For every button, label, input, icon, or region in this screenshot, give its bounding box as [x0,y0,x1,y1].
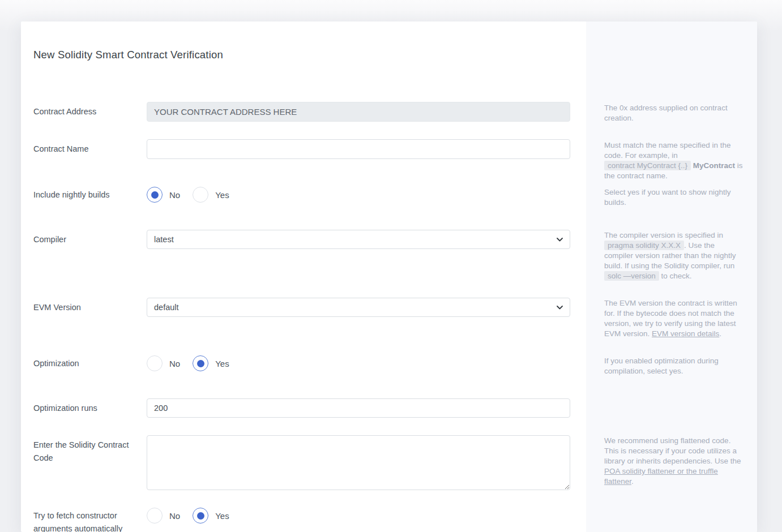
radio-unselected-icon [193,187,208,203]
fetch-constructor-args-label: Try to fetch constructor arguments autom… [33,508,147,532]
contract-name-input[interactable] [147,139,570,159]
evm-version-selected-value: default [154,303,179,312]
row-compiler: Compiler latest [33,230,582,249]
row-nightly-builds: Include nightly builds No Yes [33,187,582,203]
row-optimization-runs: Optimization runs [33,398,582,418]
nightly-builds-radio-yes[interactable]: Yes [193,187,229,203]
optimization-radio-group: No Yes [147,355,570,371]
fetch-constructor-args-radio-yes[interactable]: Yes [193,508,229,524]
optimization-radio-no[interactable]: No [147,355,180,371]
help-compiler: The compiler version is specified in pra… [604,230,745,281]
contract-code-label: Enter the Solidity Contract Code [33,435,147,465]
optimization-radio-yes[interactable]: Yes [193,355,229,371]
row-contract-name: Contract Name [33,139,582,159]
optimization-runs-label: Optimization runs [33,402,147,415]
contract-name-label: Contract Name [33,143,147,156]
help-evm-version: The EVM version the contract is written … [604,298,745,339]
radio-unselected-icon [147,355,163,371]
compiler-selected-value: latest [154,235,174,244]
code-chip: solc —version [604,271,659,281]
chevron-down-icon [557,306,563,310]
nightly-builds-label: Include nightly builds [33,188,147,201]
nightly-builds-radio-no[interactable]: No [147,187,180,203]
nightly-builds-radio-group: No Yes [147,187,570,203]
compiler-label: Compiler [33,233,147,246]
fetch-constructor-args-radio-group: No Yes [147,508,570,524]
code-chip: contract MyContract {..} [604,161,691,170]
flattener-link[interactable]: POA solidity flattener or the truffle fl… [604,467,718,486]
help-contract-name: Must match the name specified in the cod… [604,140,745,181]
evm-version-select[interactable]: default [147,298,570,317]
row-evm-version: EVM Version default [33,298,582,317]
compiler-select[interactable]: latest [147,230,570,249]
code-chip: pragma solidity X.X.X [604,241,684,250]
optimization-runs-input[interactable] [147,398,570,418]
help-contract-code: We recommend using flattened code. This … [604,436,745,487]
radio-selected-icon [147,187,163,203]
radio-selected-icon [193,508,208,524]
row-fetch-constructor-args: Try to fetch constructor arguments autom… [33,508,582,532]
optimization-label: Optimization [33,357,147,370]
contract-address-input[interactable] [147,102,570,122]
page-title: New Solidity Smart Contract Verification [33,49,223,61]
row-contract-address: Contract Address [33,102,582,122]
contract-address-label: Contract Address [33,105,147,118]
radio-selected-icon [193,355,208,371]
help-optimization: If you enabled optimization during compi… [604,356,745,376]
help-contract-address: The 0x address supplied on contract crea… [604,103,745,123]
row-contract-code: Enter the Solidity Contract Code [33,435,582,490]
evm-version-label: EVM Version [33,301,147,314]
row-optimization: Optimization No Yes [33,355,582,371]
verification-card: New Solidity Smart Contract Verification… [21,22,757,532]
radio-unselected-icon [147,508,163,524]
fetch-constructor-args-radio-no[interactable]: No [147,508,180,524]
contract-code-textarea[interactable] [147,435,570,490]
help-nightly-builds: Select yes if you want to show nightly b… [604,187,745,208]
evm-version-details-link[interactable]: EVM version details [652,329,719,338]
chevron-down-icon [557,238,563,242]
